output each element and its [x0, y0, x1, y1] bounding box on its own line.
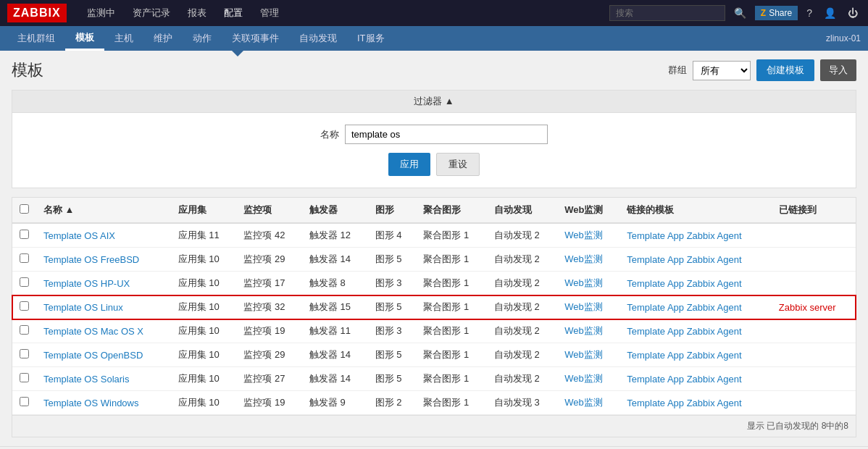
top-nav-right: 🔍 Z Share ? 👤 ⏻: [609, 5, 861, 21]
nav-config[interactable]: 配置: [215, 0, 251, 26]
web-monitor-link[interactable]: Web监测: [564, 301, 603, 312]
col-discovery: 自动发现: [487, 198, 557, 223]
col-checkbox: [12, 198, 36, 223]
nav-monitor[interactable]: 监测中: [78, 0, 124, 26]
col-triggers: 触发器: [302, 198, 368, 223]
linked-template-link[interactable]: Template App Zabbix Agent: [627, 278, 741, 289]
nav-assets[interactable]: 资产记录: [124, 0, 179, 26]
col-web: Web监测: [557, 198, 619, 223]
zabbix-z-icon: Z: [761, 8, 766, 18]
row-checkbox-2[interactable]: [20, 277, 29, 287]
nav-hostgroups[interactable]: 主机群组: [7, 26, 65, 51]
table-row: Template OS Mac OS X应用集 10监控项 19触发器 11图形…: [12, 319, 856, 343]
page-title: 模板: [12, 59, 668, 81]
status-bar: 显示 已自动发现的 8中的8: [12, 415, 856, 437]
template-name-link[interactable]: Template OS Windows: [43, 398, 139, 408]
filter-section: 过滤器 ▲ 名称 应用 重设: [12, 90, 856, 188]
templates-table-container: 名称 ▲ 应用集 监控项 触发器 图形 聚合图形 自动发现 Web监测 链接的模…: [12, 197, 856, 437]
linked-template-link[interactable]: Template App Zabbix Agent: [627, 254, 741, 265]
nav-actions[interactable]: 动作: [183, 26, 222, 51]
filter-body: 名称 应用 重设: [12, 113, 856, 188]
linked-template-link[interactable]: Template App Zabbix Agent: [627, 302, 741, 313]
select-all-checkbox[interactable]: [20, 204, 29, 214]
row-checkbox-5[interactable]: [20, 349, 29, 358]
linked-template-link[interactable]: Template App Zabbix Agent: [627, 326, 741, 337]
power-icon[interactable]: ⏻: [845, 7, 861, 19]
row-checkbox-3[interactable]: [20, 301, 29, 311]
col-name[interactable]: 名称 ▲: [36, 198, 171, 223]
template-name-link[interactable]: Template OS Mac OS X: [43, 326, 143, 337]
nav-indicator: [232, 51, 243, 56]
import-button[interactable]: 导入: [820, 59, 856, 81]
web-monitor-link[interactable]: Web监测: [564, 397, 603, 408]
col-linked-template: 链接的模板: [619, 198, 772, 223]
web-monitor-link[interactable]: Web监测: [564, 253, 603, 264]
table-header-row: 名称 ▲ 应用集 监控项 触发器 图形 聚合图形 自动发现 Web监测 链接的模…: [12, 198, 856, 223]
create-template-button[interactable]: 创建模板: [756, 59, 814, 81]
table-row: Template OS AIX应用集 11监控项 42触发器 12图形 4聚合图…: [12, 223, 856, 248]
col-screens: 聚合图形: [416, 198, 486, 223]
row-checkbox-0[interactable]: [20, 230, 29, 239]
template-name-link[interactable]: Template OS FreeBSD: [43, 254, 139, 265]
linked-template-link[interactable]: Template App Zabbix Agent: [627, 398, 741, 408]
row-checkbox-7[interactable]: [20, 397, 29, 406]
col-linked-to: 已链接到: [772, 198, 856, 223]
reset-filter-button[interactable]: 重设: [436, 153, 480, 176]
nav-hosts[interactable]: 主机: [104, 26, 143, 51]
table-row: Template OS Solaris应用集 10监控项 27触发器 14图形 …: [12, 367, 856, 391]
nav-discovery[interactable]: 自动发现: [289, 26, 347, 51]
table-row: Template OS HP-UX应用集 10监控项 17触发器 8图形 3聚合…: [12, 272, 856, 295]
nav-itservices[interactable]: IT服务: [347, 26, 395, 51]
web-monitor-link[interactable]: Web监测: [564, 277, 603, 288]
row-checkbox-1[interactable]: [20, 253, 29, 263]
row-checkbox-4[interactable]: [20, 325, 29, 335]
web-monitor-link[interactable]: Web监测: [564, 230, 603, 240]
template-name-link[interactable]: Template OS AIX: [43, 230, 115, 241]
top-navigation: ZABBIX 监测中 资产记录 报表 配置 管理 🔍 Z Share ? 👤 ⏻: [0, 0, 868, 26]
user-icon[interactable]: 👤: [821, 7, 839, 19]
nav-templates[interactable]: 模板: [65, 26, 104, 51]
linked-to-link[interactable]: Zabbix server: [779, 302, 836, 313]
web-monitor-link[interactable]: Web监测: [564, 325, 603, 336]
group-label: 群组: [668, 64, 687, 77]
filter-toggle[interactable]: 过滤器 ▲: [12, 91, 856, 113]
second-navigation: 主机群组 模板 主机 维护 动作 关联项事件 自动发现 IT服务 zlinux-…: [0, 26, 868, 51]
search-icon[interactable]: 🔍: [731, 7, 749, 19]
table-row: Template OS OpenBSD应用集 10监控项 29触发器 14图形 …: [12, 343, 856, 367]
page-header-actions: 群组 所有 创建模板 导入: [668, 59, 856, 81]
nav-reports[interactable]: 报表: [179, 0, 215, 26]
page-header: 模板 群组 所有 创建模板 导入: [12, 59, 856, 81]
nav-admin[interactable]: 管理: [251, 0, 288, 26]
bottom-action-bar: 0选择 导出 删除 删除并清除: [0, 446, 868, 449]
group-select[interactable]: 所有: [693, 61, 751, 80]
nav-correlation[interactable]: 关联项事件: [222, 26, 289, 51]
col-apps: 应用集: [171, 198, 237, 223]
filter-name-row: 名称: [320, 125, 548, 144]
apply-filter-button[interactable]: 应用: [388, 153, 430, 176]
table-row: Template OS FreeBSD应用集 10监控项 29触发器 14图形 …: [12, 248, 856, 272]
nav-maintenance[interactable]: 维护: [143, 26, 183, 51]
filter-name-label: 名称: [320, 128, 339, 141]
templates-table: 名称 ▲ 应用集 监控项 触发器 图形 聚合图形 自动发现 Web监测 链接的模…: [12, 198, 856, 415]
row-checkbox-6[interactable]: [20, 373, 29, 382]
template-name-link[interactable]: Template OS OpenBSD: [43, 350, 143, 361]
linked-template-link[interactable]: Template App Zabbix Agent: [627, 374, 741, 385]
filter-name-input[interactable]: [345, 125, 548, 144]
table-row: Template OS Linux应用集 10监控项 32触发器 15图形 5聚…: [12, 295, 856, 319]
filter-buttons: 应用 重设: [388, 153, 480, 176]
web-monitor-link[interactable]: Web监测: [564, 349, 603, 360]
current-user-label: zlinux-01: [826, 33, 861, 43]
linked-template-link[interactable]: Template App Zabbix Agent: [627, 350, 741, 361]
page-content: 模板 群组 所有 创建模板 导入 过滤器 ▲ 名称 应用 重设: [0, 51, 868, 446]
help-icon[interactable]: ?: [804, 7, 815, 19]
linked-template-link[interactable]: Template App Zabbix Agent: [627, 230, 741, 241]
global-search-input[interactable]: [609, 5, 725, 21]
share-button[interactable]: Z Share: [755, 6, 798, 20]
web-monitor-link[interactable]: Web监测: [564, 373, 603, 384]
template-name-link[interactable]: Template OS Linux: [43, 302, 123, 313]
col-graphs: 图形: [368, 198, 417, 223]
logo[interactable]: ZABBIX: [7, 4, 67, 22]
template-name-link[interactable]: Template OS HP-UX: [43, 278, 130, 289]
col-items: 监控项: [236, 198, 302, 223]
template-name-link[interactable]: Template OS Solaris: [43, 374, 130, 385]
